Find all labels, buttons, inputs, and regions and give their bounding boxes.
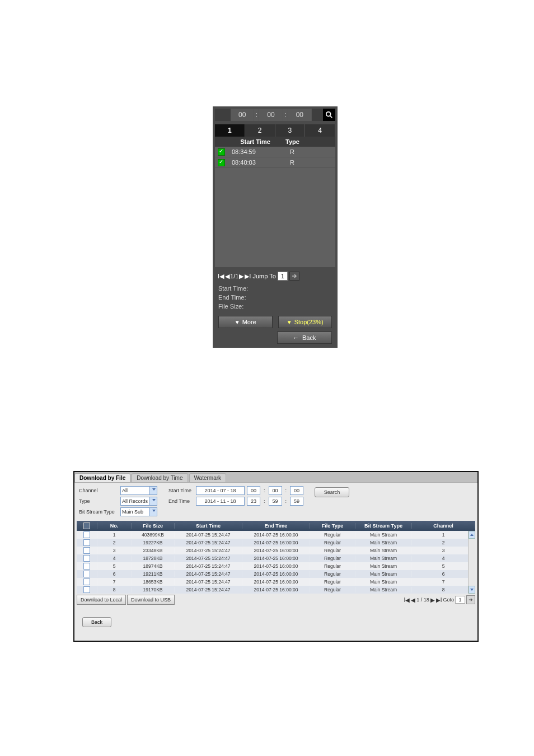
cell-no: 6 [97,571,132,577]
start-time-label: Start Time [168,488,194,493]
select-all-checkbox[interactable] [83,522,90,529]
table-row[interactable]: 718653KB2014-07-25 15:24:472014-07-25 16… [77,578,475,586]
time-field-second[interactable]: 00 [288,109,312,121]
view-number-row: 1 2 3 4 [215,124,335,137]
table-body: 1403699KB2014-07-25 15:24:472014-07-25 1… [77,531,475,594]
row-checkbox[interactable] [218,159,225,166]
row-checkbox[interactable] [83,531,90,538]
jump-to-input[interactable]: 1 [278,272,288,281]
cell-end-time: 2014-07-25 16:00:00 [242,556,310,561]
time-field-hour[interactable]: 00 [231,109,254,121]
cell-channel: 2 [412,540,475,545]
row-checkbox[interactable] [83,555,90,562]
view-num-2[interactable]: 2 [245,124,275,137]
scrollbar[interactable] [468,531,475,594]
gap [312,109,323,121]
type-select[interactable]: All Records [120,497,157,506]
jump-go-button[interactable] [289,272,299,281]
tab-download-by-time[interactable]: Download by Time [132,473,188,482]
col-no[interactable]: No. [97,523,132,529]
channel-select[interactable]: All [120,486,157,495]
start-sec-field[interactable]: 00 [290,486,303,495]
tab-watermark[interactable]: Watermark [189,473,227,482]
col-file-type[interactable]: File Type [310,523,355,529]
col-bitstream-type[interactable]: Bit Stream Type [355,523,412,529]
cell-file-type: Regular [310,579,355,585]
cell-start-time: 2014-07-25 15:24:47 [175,587,242,592]
pager-first-icon[interactable]: I◀ [218,273,224,280]
end-hour-field[interactable]: 23 [247,497,260,506]
download-to-local-button[interactable]: Download to Local [77,595,126,605]
time-field-minute[interactable]: 00 [259,109,283,121]
row-checkbox[interactable] [218,148,225,156]
table-row[interactable]: 819170KB2014-07-25 15:24:472014-07-25 16… [77,586,475,594]
goto-input[interactable]: 1 [455,596,465,604]
row-checkbox[interactable] [83,578,90,585]
col-start-time[interactable]: Start Time [175,523,242,529]
time-jump-row: 00 : 00 : 00 [215,109,335,121]
cell-end-time: 2014-07-25 16:00:00 [242,548,310,553]
cell-channel: 4 [412,556,475,561]
goto-button[interactable] [466,595,475,604]
table-row[interactable]: 323348KB2014-07-25 15:24:472014-07-25 16… [77,547,475,554]
jump-to-label: Jump To [252,273,275,279]
search-button[interactable]: Search [315,487,349,497]
back-button[interactable]: ← Back [277,332,332,344]
row-start-time: 08:40:03 [227,159,288,166]
end-date-field[interactable]: 2014 - 11 - 18 [196,497,245,506]
cell-bitstream-type: Main Stream [355,563,412,569]
row-checkbox[interactable] [83,563,90,570]
row-start-time: 08:34:59 [227,148,288,155]
back-button[interactable]: Back [82,617,111,627]
pager-prev-icon[interactable]: ◀ [411,597,415,603]
start-date-field[interactable]: 2014 - 07 - 18 [196,486,245,495]
scroll-down-icon[interactable] [469,586,475,594]
start-min-field[interactable]: 00 [269,486,282,495]
col-end-time[interactable]: End Time [242,523,310,529]
cell-start-time: 2014-07-25 15:24:47 [175,540,242,545]
download-to-usb-button[interactable]: Download to USB [127,595,175,605]
list-row[interactable]: 08:40:03 R [215,157,335,168]
svg-point-0 [326,112,331,116]
pager-last-icon[interactable]: ▶I [245,273,251,280]
table-row[interactable]: 518974KB2014-07-25 15:24:472014-07-25 16… [77,562,475,570]
pager-next-icon[interactable]: ▶ [239,273,243,280]
start-hour-field[interactable]: 00 [247,486,260,495]
scroll-up-icon[interactable] [469,531,475,539]
view-num-3[interactable]: 3 [275,124,306,137]
cell-file-size: 18974KB [132,563,175,569]
col-channel[interactable]: Channel [412,523,475,529]
row-checkbox[interactable] [83,547,90,554]
stop-download-button[interactable]: ▼ Stop(23%) [278,316,332,328]
view-num-4[interactable]: 4 [305,124,335,137]
search-icon[interactable] [323,109,335,121]
chevron-down-icon [152,510,156,512]
table-row[interactable]: 619211KB2014-07-25 15:24:472014-07-25 16… [77,570,475,578]
tab-download-by-file[interactable]: Download by File [74,473,130,482]
row-checkbox[interactable] [83,539,90,546]
view-num-1[interactable]: 1 [215,124,245,137]
pager-prev-icon[interactable]: ◀ [225,273,229,280]
cell-file-type: Regular [310,571,355,577]
filter-bar: Channel All Type All Records Bit Stream … [74,483,477,519]
pager-first-icon[interactable]: I◀ [404,597,410,603]
end-min-field[interactable]: 59 [269,497,282,506]
cell-channel: 6 [412,571,475,577]
table-row[interactable]: 219227KB2014-07-25 15:24:472014-07-25 16… [77,539,475,547]
bitstream-label: Bit Stream Type [79,509,118,515]
bitstream-select[interactable]: Main Sub [120,507,157,516]
row-checkbox[interactable] [83,586,90,593]
pager-last-icon[interactable]: ▶I [436,597,442,603]
more-button[interactable]: ▼ More [218,316,273,328]
table-row[interactable]: 1403699KB2014-07-25 15:24:472014-07-25 1… [77,531,475,539]
end-sec-field[interactable]: 59 [290,497,303,506]
pager-next-icon[interactable]: ▶ [430,597,435,603]
results-table: No. File Size Start Time End Time File T… [77,521,475,594]
list-body: 08:34:59 R 08:40:03 R [215,147,335,267]
table-row[interactable]: 418728KB2014-07-25 15:24:472014-07-25 16… [77,554,475,562]
cell-no: 8 [97,587,132,592]
cell-end-time: 2014-07-25 16:00:00 [242,579,310,585]
row-checkbox[interactable] [83,571,90,577]
list-row[interactable]: 08:34:59 R [215,147,335,157]
col-file-size[interactable]: File Size [132,523,175,529]
